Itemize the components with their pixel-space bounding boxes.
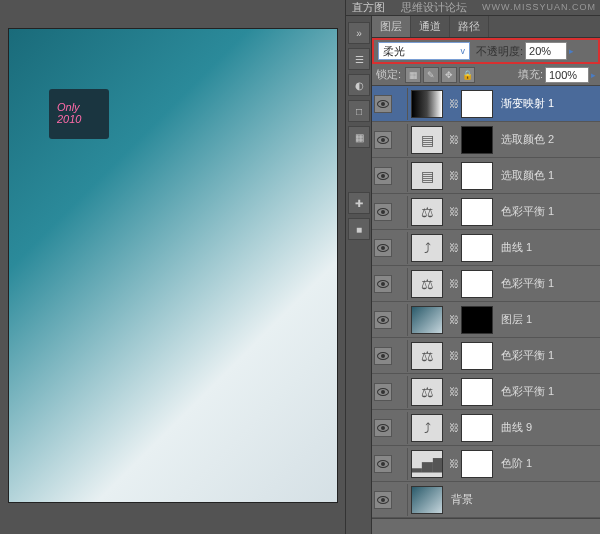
visibility-toggle[interactable] (374, 275, 392, 293)
tab-channels[interactable]: 通道 (411, 16, 450, 37)
layer-row[interactable]: ⚖⛓色彩平衡 1 (372, 338, 600, 374)
visibility-toggle[interactable] (374, 311, 392, 329)
mask-thumb[interactable] (461, 306, 493, 334)
lock-position-icon[interactable]: ✥ (441, 67, 457, 83)
layer-thumb[interactable]: ▤ (411, 126, 443, 154)
tab-histogram[interactable]: 直方图 (352, 0, 385, 15)
visibility-toggle[interactable] (374, 95, 392, 113)
mask-thumb[interactable] (461, 90, 493, 118)
mask-thumb[interactable] (461, 234, 493, 262)
link-icon[interactable]: ⛓ (449, 422, 459, 433)
layer-row[interactable]: ⛓渐变映射 1 (372, 86, 600, 122)
header-tabs: 直方图 思维设计论坛 WWW.MISSYUAN.COM (346, 0, 600, 16)
link-col (394, 232, 408, 264)
tool-plus-icon[interactable]: ✚ (348, 192, 370, 214)
layer-thumb[interactable]: ⚖ (411, 198, 443, 226)
layer-row[interactable]: ▂▅▇⛓色阶 1 (372, 446, 600, 482)
tab-paths[interactable]: 路径 (450, 16, 489, 37)
layer-row[interactable]: ⤴⛓曲线 9 (372, 410, 600, 446)
layer-row[interactable]: 背景 (372, 482, 600, 518)
visibility-toggle[interactable] (374, 131, 392, 149)
tool-block-icon[interactable]: ■ (348, 218, 370, 240)
layer-thumb[interactable] (411, 486, 443, 514)
layer-row[interactable]: ⚖⛓色彩平衡 1 (372, 266, 600, 302)
layer-name: 曲线 1 (501, 240, 532, 255)
layer-thumb[interactable]: ▤ (411, 162, 443, 190)
lock-transparent-icon[interactable]: ▦ (405, 67, 421, 83)
link-icon[interactable]: ⛓ (449, 386, 459, 397)
link-icon[interactable]: ⛓ (449, 242, 459, 253)
document-photo[interactable] (8, 28, 338, 503)
link-icon[interactable]: ⛓ (449, 170, 459, 181)
layer-thumb[interactable]: ⚖ (411, 270, 443, 298)
eye-icon (377, 136, 389, 144)
layer-row[interactable]: ⚖⛓色彩平衡 1 (372, 374, 600, 410)
tool-square-icon[interactable]: □ (348, 100, 370, 122)
eye-icon (377, 388, 389, 396)
mask-thumb[interactable] (461, 414, 493, 442)
visibility-toggle[interactable] (374, 239, 392, 257)
layer-thumb[interactable] (411, 306, 443, 334)
link-icon[interactable]: ⛓ (449, 350, 459, 361)
mask-thumb[interactable] (461, 126, 493, 154)
eye-icon (377, 100, 389, 108)
mask-thumb[interactable] (461, 342, 493, 370)
lock-icons: ▦ ✎ ✥ 🔒 (405, 67, 475, 83)
mask-thumb[interactable] (461, 162, 493, 190)
tab-forum[interactable]: 思维设计论坛 (401, 0, 467, 15)
layer-row[interactable]: ⤴⛓曲线 1 (372, 230, 600, 266)
layer-name: 选取颜色 2 (501, 132, 554, 147)
tool-menu-icon[interactable]: ☰ (348, 48, 370, 70)
fill-label: 填充: (518, 67, 543, 82)
layer-name: 色彩平衡 1 (501, 348, 554, 363)
link-col (394, 340, 408, 372)
tab-layers[interactable]: 图层 (372, 16, 411, 37)
mask-thumb[interactable] (461, 450, 493, 478)
fill-input[interactable]: 100% (545, 67, 589, 83)
link-col (394, 376, 408, 408)
link-col (394, 196, 408, 228)
tool-grid-icon[interactable]: ▦ (348, 126, 370, 148)
mask-thumb[interactable] (461, 198, 493, 226)
link-icon[interactable]: ⛓ (449, 458, 459, 469)
layer-name: 选取颜色 1 (501, 168, 554, 183)
opacity-input[interactable]: 20% (525, 42, 567, 60)
opacity-slider-icon[interactable]: ▸ (569, 46, 574, 56)
layer-row[interactable]: ⚖⛓色彩平衡 1 (372, 194, 600, 230)
link-icon[interactable]: ⛓ (449, 134, 459, 145)
fill-slider-icon[interactable]: ▸ (591, 70, 596, 80)
canvas-area (0, 0, 345, 534)
layer-name: 渐变映射 1 (501, 96, 554, 111)
layer-row[interactable]: ▤⛓选取颜色 1 (372, 158, 600, 194)
layers-bottom-toolbar[interactable] (372, 518, 600, 534)
layer-row[interactable]: ⛓图层 1 (372, 302, 600, 338)
mask-thumb[interactable] (461, 378, 493, 406)
layer-thumb[interactable]: ▂▅▇ (411, 450, 443, 478)
lock-paint-icon[interactable]: ✎ (423, 67, 439, 83)
layer-thumb[interactable]: ⚖ (411, 378, 443, 406)
tool-expand-icon[interactable]: » (348, 22, 370, 44)
eye-icon (377, 424, 389, 432)
visibility-toggle[interactable] (374, 491, 392, 509)
layer-thumb[interactable] (411, 90, 443, 118)
visibility-toggle[interactable] (374, 347, 392, 365)
visibility-toggle[interactable] (374, 203, 392, 221)
visibility-toggle[interactable] (374, 419, 392, 437)
layer-thumb[interactable]: ⤴ (411, 234, 443, 262)
visibility-toggle[interactable] (374, 167, 392, 185)
blend-mode-select[interactable]: 柔光 v (378, 42, 470, 60)
link-icon[interactable]: ⛓ (449, 278, 459, 289)
lock-all-icon[interactable]: 🔒 (459, 67, 475, 83)
link-icon[interactable]: ⛓ (449, 314, 459, 325)
visibility-toggle[interactable] (374, 383, 392, 401)
eye-icon (377, 496, 389, 504)
layer-row[interactable]: ▤⛓选取颜色 2 (372, 122, 600, 158)
link-icon[interactable]: ⛓ (449, 98, 459, 109)
link-icon[interactable]: ⛓ (449, 206, 459, 217)
visibility-toggle[interactable] (374, 455, 392, 473)
mask-thumb[interactable] (461, 270, 493, 298)
layer-thumb[interactable]: ⚖ (411, 342, 443, 370)
tool-circle-icon[interactable]: ◐ (348, 74, 370, 96)
blend-mode-row: 柔光 v 不透明度: 20% ▸ (372, 38, 600, 64)
layer-thumb[interactable]: ⤴ (411, 414, 443, 442)
